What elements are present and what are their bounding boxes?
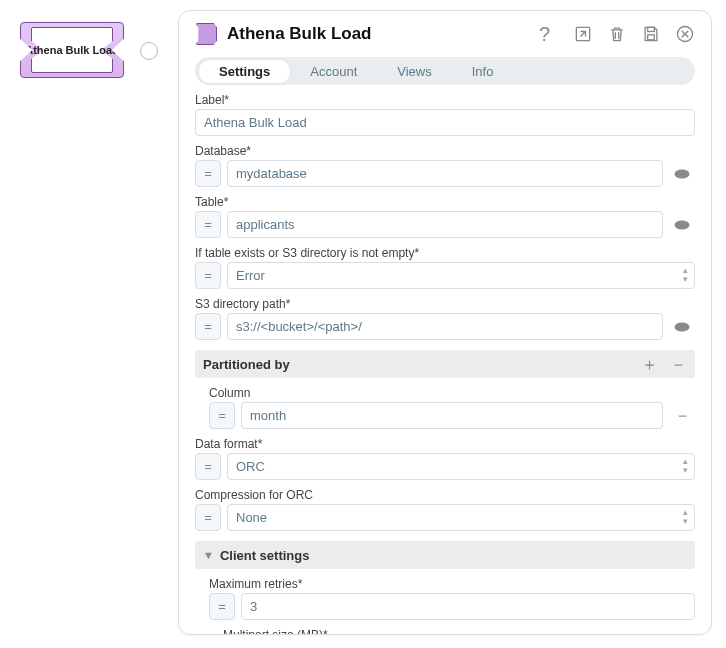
field-dataformat: Data format* = ORC▴▾ bbox=[195, 437, 695, 480]
save-icon[interactable] bbox=[641, 24, 661, 44]
chevron-down-icon: ▼ bbox=[203, 549, 214, 561]
compression-expression-button[interactable]: = bbox=[195, 504, 221, 531]
svg-rect-1 bbox=[648, 27, 655, 31]
tab-account[interactable]: Account bbox=[290, 60, 377, 83]
export-icon[interactable] bbox=[573, 24, 593, 44]
ifexists-label: If table exists or S3 directory is not e… bbox=[195, 246, 695, 260]
svg-rect-2 bbox=[648, 35, 655, 40]
ifexists-expression-button[interactable]: = bbox=[195, 262, 221, 289]
properties-panel: Athena Bulk Load ? Settings Account View… bbox=[178, 10, 712, 635]
field-max-retries: Maximum retries* = 3 bbox=[209, 577, 695, 620]
field-partition-column: Column = month － bbox=[209, 386, 695, 429]
tab-bar: Settings Account Views Info bbox=[195, 57, 695, 85]
field-ifexists: If table exists or S3 directory is not e… bbox=[195, 246, 695, 289]
settings-form: Label* Athena Bulk Load Database* = myda… bbox=[195, 93, 695, 635]
node-shape: Athena Bulk Load bbox=[20, 22, 124, 78]
s3path-expression-button[interactable]: = bbox=[195, 313, 221, 340]
table-label: Table* bbox=[195, 195, 695, 209]
panel-title: Athena Bulk Load bbox=[227, 24, 529, 44]
database-input[interactable]: mydatabase bbox=[227, 160, 663, 187]
compression-select[interactable]: None▴▾ bbox=[227, 504, 695, 531]
close-icon[interactable] bbox=[675, 24, 695, 44]
dataformat-select[interactable]: ORC▴▾ bbox=[227, 453, 695, 480]
partition-column-expression-button[interactable]: = bbox=[209, 402, 235, 429]
node-label: Athena Bulk Load bbox=[25, 44, 119, 57]
panel-actions: ? bbox=[539, 24, 695, 44]
maxretries-input[interactable]: 3 bbox=[241, 593, 695, 620]
database-label: Database* bbox=[195, 144, 695, 158]
snap-type-icon bbox=[195, 23, 217, 45]
maxretries-label: Maximum retries* bbox=[209, 577, 695, 591]
help-icon[interactable]: ? bbox=[539, 24, 559, 44]
field-s3path: S3 directory path* = s3://<bucket>/<path… bbox=[195, 297, 695, 340]
section-partitioned-title: Partitioned by bbox=[203, 357, 290, 372]
field-multipart-size: Multipart size (MB)* = 10 bbox=[223, 628, 695, 635]
node-output-port[interactable] bbox=[140, 42, 158, 60]
field-table: Table* = applicants bbox=[195, 195, 695, 238]
multipart-label: Multipart size (MB)* bbox=[223, 628, 695, 635]
panel-header: Athena Bulk Load ? bbox=[195, 23, 695, 45]
section-client-settings[interactable]: ▼ Client settings bbox=[195, 541, 695, 569]
s3path-input[interactable]: s3://<bucket>/<path>/ bbox=[227, 313, 663, 340]
partition-column-label: Column bbox=[209, 386, 695, 400]
database-suggest-icon[interactable] bbox=[669, 160, 695, 187]
field-compression: Compression for ORC = None▴▾ bbox=[195, 488, 695, 531]
select-spinner-icon: ▴▾ bbox=[683, 266, 688, 284]
s3path-suggest-icon[interactable] bbox=[669, 313, 695, 340]
label-label: Label* bbox=[195, 93, 695, 107]
svg-point-6 bbox=[675, 322, 690, 331]
tab-info[interactable]: Info bbox=[452, 60, 514, 83]
trash-icon[interactable] bbox=[607, 24, 627, 44]
maxretries-expression-button[interactable]: = bbox=[209, 593, 235, 620]
pipeline-node[interactable]: Athena Bulk Load bbox=[20, 22, 140, 78]
compression-label: Compression for ORC bbox=[195, 488, 695, 502]
tab-settings[interactable]: Settings bbox=[199, 60, 290, 83]
partitioned-add-button[interactable]: ＋ bbox=[641, 353, 658, 376]
dataformat-label: Data format* bbox=[195, 437, 695, 451]
field-database: Database* = mydatabase bbox=[195, 144, 695, 187]
tab-views[interactable]: Views bbox=[377, 60, 451, 83]
select-spinner-icon: ▴▾ bbox=[683, 508, 688, 526]
label-input[interactable]: Athena Bulk Load bbox=[195, 109, 695, 136]
svg-point-4 bbox=[675, 169, 690, 178]
database-expression-button[interactable]: = bbox=[195, 160, 221, 187]
partition-column-input[interactable]: month bbox=[241, 402, 663, 429]
partitioned-remove-button[interactable]: － bbox=[670, 353, 687, 376]
field-label: Label* Athena Bulk Load bbox=[195, 93, 695, 136]
section-client-title: Client settings bbox=[220, 548, 310, 563]
table-input[interactable]: applicants bbox=[227, 211, 663, 238]
dataformat-expression-button[interactable]: = bbox=[195, 453, 221, 480]
s3path-label: S3 directory path* bbox=[195, 297, 695, 311]
section-partitioned-by: Partitioned by ＋ － bbox=[195, 350, 695, 378]
table-suggest-icon[interactable] bbox=[669, 211, 695, 238]
svg-point-5 bbox=[675, 220, 690, 229]
ifexists-select[interactable]: Error▴▾ bbox=[227, 262, 695, 289]
table-expression-button[interactable]: = bbox=[195, 211, 221, 238]
select-spinner-icon: ▴▾ bbox=[683, 457, 688, 475]
partition-column-remove-button[interactable]: － bbox=[669, 402, 695, 429]
